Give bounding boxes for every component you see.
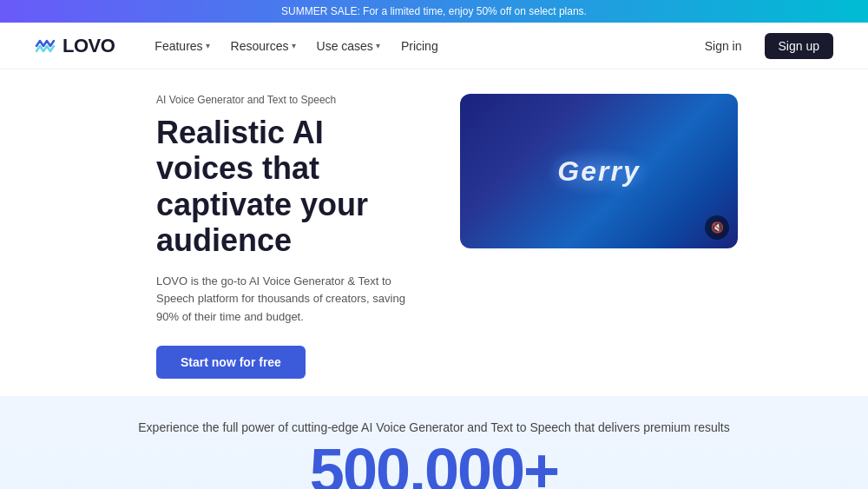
video-overlay-text: Gerry [557, 155, 640, 188]
wave-content: Experience the full power of cutting-edg… [35, 420, 833, 489]
use-cases-chevron-icon: ▾ [376, 41, 380, 50]
features-chevron-icon: ▾ [206, 41, 210, 50]
hero-section: AI Voice Generator and Text to Speech Re… [0, 69, 868, 396]
nav-resources[interactable]: Resources ▾ [222, 34, 305, 58]
stats-subtitle: Experience the full power of cutting-edg… [35, 420, 833, 434]
hero-content: AI Voice Generator and Text to Speech Re… [156, 94, 425, 379]
hero-video: Gerry 🔇 [460, 94, 738, 248]
signup-button[interactable]: Sign up [765, 33, 833, 59]
video-mute-button[interactable]: 🔇 [705, 215, 729, 240]
nav-pricing[interactable]: Pricing [392, 34, 447, 58]
signin-button[interactable]: Sign in [693, 33, 754, 59]
stats-number: 500,000+ [35, 439, 833, 489]
logo-text: LOVO [62, 35, 115, 57]
mute-icon: 🔇 [711, 221, 724, 234]
nav-actions: Sign in Sign up [693, 33, 833, 59]
logo[interactable]: LOVO [35, 35, 115, 57]
hero-breadcrumb: AI Voice Generator and Text to Speech [156, 94, 425, 106]
nav-features[interactable]: Features ▾ [146, 34, 218, 58]
banner-text: SUMMER SALE: For a limited time, enjoy 5… [281, 5, 587, 17]
resources-chevron-icon: ▾ [292, 41, 296, 50]
navbar: LOVO Features ▾ Resources ▾ Use cases ▾ … [0, 23, 868, 69]
nav-use-cases[interactable]: Use cases ▾ [308, 34, 389, 58]
hero-description: LOVO is the go-to AI Voice Generator & T… [156, 273, 425, 327]
stats-section: Experience the full power of cutting-edg… [0, 396, 868, 489]
top-banner: SUMMER SALE: For a limited time, enjoy 5… [0, 0, 868, 23]
hero-title: Realistic AI voices that captivate your … [156, 115, 425, 259]
logo-icon [35, 37, 57, 55]
nav-links: Features ▾ Resources ▾ Use cases ▾ Prici… [146, 34, 692, 58]
cta-button[interactable]: Start now for free [156, 346, 306, 379]
